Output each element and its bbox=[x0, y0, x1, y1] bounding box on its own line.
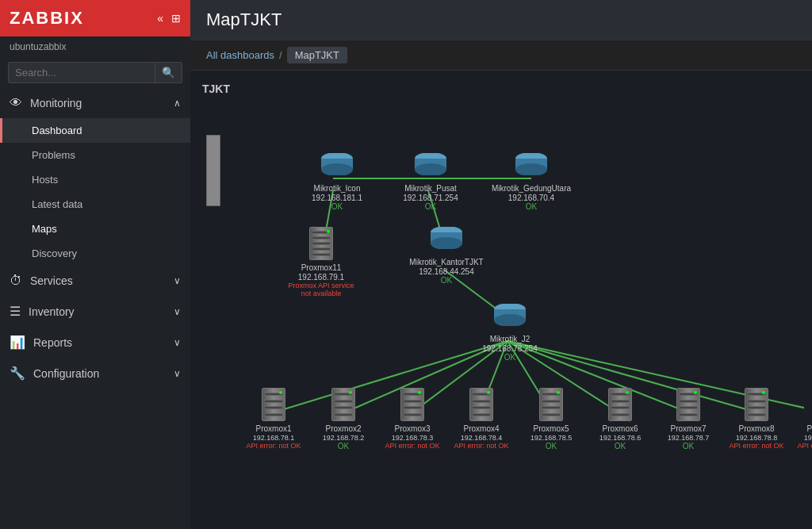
sidebar-username: ubuntuzabbix bbox=[0, 36, 190, 57]
chevron-down-icon4: ∨ bbox=[174, 368, 181, 379]
node-proxmox4[interactable]: Proxmox4 192.168.78.4 API error: not OK bbox=[446, 387, 517, 450]
reports-label: Reports bbox=[33, 336, 72, 349]
sidebar-item-inventory[interactable]: ☰ Inventory ∨ bbox=[0, 296, 190, 327]
sidebar-item-configuration[interactable]: 🔧 Configuration ∨ bbox=[0, 358, 190, 389]
router-icon-mikrotik-pusat bbox=[413, 147, 448, 182]
node-proxmox6[interactable]: Proxmox6 192.168.78.6 OK bbox=[584, 387, 656, 450]
chevron-down-icon3: ∨ bbox=[174, 337, 181, 348]
inventory-icon: ☰ bbox=[10, 304, 21, 319]
app-logo: ZABBIX bbox=[10, 8, 84, 29]
server-icon-proxmox6 bbox=[603, 387, 638, 422]
chevron-up-icon: ∧ bbox=[174, 98, 181, 109]
server-icon-proxmox8 bbox=[739, 387, 774, 422]
router-icon-mikrotik-j2 bbox=[492, 297, 527, 332]
server-icon-proxmox9 bbox=[807, 387, 812, 422]
monitoring-icon: 👁 bbox=[10, 96, 22, 110]
node-mikrotik-gedung[interactable]: Mikrotik_GedungUtara 192.168.70.4 OK bbox=[496, 147, 567, 211]
map-region-label: TJKT bbox=[198, 79, 804, 99]
server-icon-proxmox5 bbox=[534, 387, 569, 422]
map-canvas: Mikrotik_Icon 192.168.181.1 OK Mikrotik_… bbox=[198, 103, 804, 522]
server-icon-proxmox7 bbox=[671, 387, 706, 422]
nav-section: 👁 Monitoring ∧ Dashboard Problems Hosts … bbox=[0, 88, 190, 389]
server-icon-proxmox3 bbox=[395, 387, 430, 422]
collapse-icon[interactable]: « bbox=[157, 12, 163, 25]
node-proxmox3[interactable]: Proxmox3 192.168.78.3 API error: not OK bbox=[377, 387, 448, 450]
sidebar: ZABBIX « ⊞ ubuntuzabbix 🔍 👁 Monitoring ∧… bbox=[0, 0, 190, 529]
breadcrumb-separator: / bbox=[279, 49, 282, 61]
node-mikrotik-pusat[interactable]: Mikrotik_Pusat 192.168.71.254 OK bbox=[395, 147, 466, 211]
page-title: MapTJKT bbox=[206, 10, 796, 30]
node-proxmox11[interactable]: Proxmox11 192.168.79.1 Proxmox API servi… bbox=[285, 226, 357, 297]
node-proxmox7[interactable]: Proxmox7 192.168.78.7 OK bbox=[653, 387, 724, 450]
main-header: MapTJKT bbox=[190, 0, 812, 40]
router-icon-mikrotik-kantor bbox=[429, 220, 464, 255]
breadcrumb-current: MapTJKT bbox=[287, 47, 347, 63]
configuration-icon: 🔧 bbox=[10, 366, 25, 381]
reports-icon: 📊 bbox=[10, 335, 25, 350]
router-icon-mikrotik-icon bbox=[320, 147, 354, 182]
chevron-down-icon: ∨ bbox=[174, 275, 181, 286]
sidebar-search-container: 🔍 bbox=[0, 57, 190, 88]
monitoring-label: Monitoring bbox=[30, 97, 82, 109]
server-icon-proxmox1 bbox=[256, 387, 291, 422]
sidebar-item-services[interactable]: ⏱ Services ∨ bbox=[0, 266, 190, 296]
sidebar-item-dashboard[interactable]: Dashboard bbox=[0, 118, 190, 143]
node-mikrotik-kantor[interactable]: Mikrotik_KantorTJKT 192.168.44.254 OK bbox=[411, 220, 482, 285]
chevron-down-icon2: ∨ bbox=[174, 306, 181, 317]
server-icon-proxmox2 bbox=[326, 387, 361, 422]
configuration-label: Configuration bbox=[33, 367, 99, 380]
server-icon-proxmox4 bbox=[464, 387, 499, 422]
search-button[interactable]: 🔍 bbox=[155, 62, 182, 83]
node-proxmox2[interactable]: Proxmox2 192.168.78.2 OK bbox=[308, 387, 379, 450]
sidebar-header: ZABBIX « ⊞ bbox=[0, 0, 190, 36]
sidebar-item-maps[interactable]: Maps bbox=[0, 217, 190, 241]
services-label: Services bbox=[30, 274, 73, 287]
sidebar-item-problems[interactable]: Problems bbox=[0, 143, 190, 167]
node-proxmox1[interactable]: Proxmox1 192.168.78.1 API error: not OK bbox=[238, 387, 309, 450]
inventory-label: Inventory bbox=[29, 305, 75, 318]
main-content: MapTJKT All dashboards / MapTJKT TJKT bbox=[190, 0, 812, 529]
sidebar-item-discovery[interactable]: Discovery bbox=[0, 241, 190, 266]
search-input[interactable] bbox=[8, 62, 155, 83]
breadcrumb: All dashboards / MapTJKT bbox=[190, 40, 812, 71]
node-proxmox8[interactable]: Proxmox8 192.168.78.8 API error: not OK bbox=[721, 387, 792, 450]
sidebar-item-hosts[interactable]: Hosts bbox=[0, 167, 190, 192]
sidebar-header-icons: « ⊞ bbox=[157, 12, 181, 25]
sidebar-item-latest-data[interactable]: Latest data bbox=[0, 192, 190, 217]
sidebar-item-monitoring[interactable]: 👁 Monitoring ∧ bbox=[0, 88, 190, 118]
sidebar-item-reports[interactable]: 📊 Reports ∨ bbox=[0, 327, 190, 358]
map-legend-bar bbox=[206, 135, 220, 206]
node-proxmox5[interactable]: Proxmox5 192.168.78.5 OK bbox=[515, 387, 587, 450]
router-icon-mikrotik-gedung bbox=[514, 147, 549, 182]
node-proxmox9[interactable]: Proxmox9 192.168.78.9 API error: not OK bbox=[789, 387, 812, 450]
server-icon-proxmox11 bbox=[304, 226, 339, 261]
map-area: TJKT bbox=[190, 71, 812, 529]
node-mikrotik-j2[interactable]: Mikrotik_J2 192.168.78.254 OK bbox=[474, 297, 546, 362]
node-mikrotik-icon[interactable]: Mikrotik_Icon 192.168.181.1 OK bbox=[301, 147, 373, 211]
breadcrumb-all-dashboards[interactable]: All dashboards bbox=[206, 49, 274, 61]
expand-icon[interactable]: ⊞ bbox=[171, 12, 181, 25]
services-icon: ⏱ bbox=[10, 274, 22, 288]
